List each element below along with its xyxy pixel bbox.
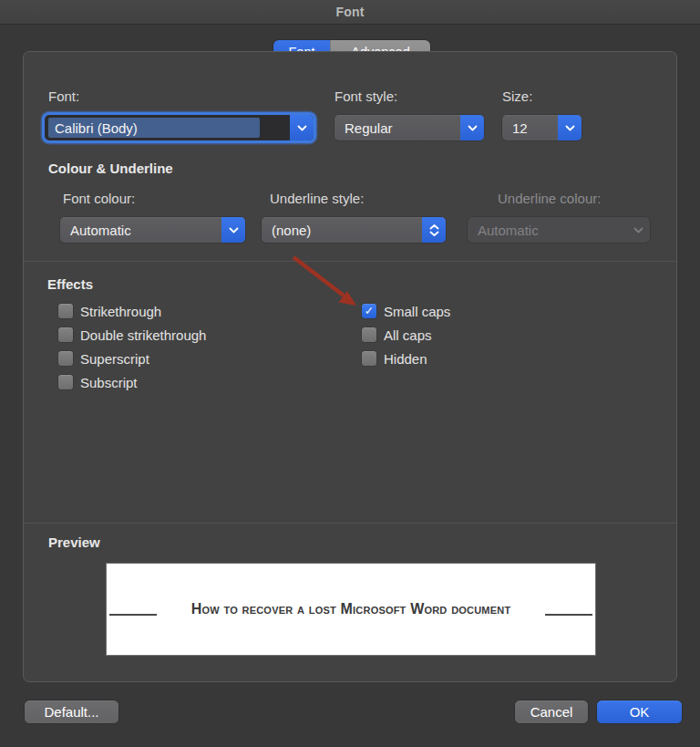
underline-colour-dropdown-button [626,217,650,243]
font-colour-dropdown[interactable]: Automatic [60,217,245,243]
size-dropdown-button[interactable] [558,115,582,140]
check-icon: ✓ [365,305,374,316]
size-label: Size: [502,88,532,105]
chevron-down-icon [297,125,307,131]
preview-right-rule [545,614,592,616]
default-button[interactable]: Default... [25,700,118,723]
checkbox-label: Small caps [384,304,450,319]
checkbox-label: Strikethrough [80,304,161,319]
font-name-dropdown-button[interactable] [290,115,314,140]
chevron-down-icon [633,227,643,233]
checkbox-box[interactable]: ✓ [362,304,376,318]
font-label: Font: [48,88,79,105]
underline-style-dropdown[interactable]: (none) [262,217,446,243]
chevron-down-icon [565,125,575,131]
font-settings-panel: Font: Calibri (Body) Font style: Regular… [23,51,677,682]
chevron-up-icon [429,224,439,230]
checkbox-strikethrough[interactable]: ✓ Strikethrough [58,303,161,319]
underline-colour-dropdown: Automatic [468,217,650,243]
font-name-value: Calibri (Body) [45,120,138,136]
checkbox-label: Subscript [80,375,138,390]
checkbox-small-caps[interactable]: ✓ Small caps [362,303,450,319]
checkbox-box[interactable]: ✓ [362,351,376,366]
checkbox-subscript[interactable]: ✓ Subscript [58,374,138,390]
font-colour-label: Font colour: [63,191,135,207]
font-style-value: Regular [335,120,393,136]
effects-header: Effects [47,276,93,292]
font-style-label: Font style: [335,88,397,105]
checkbox-label: Superscript [80,351,149,367]
font-dialog: Font Font Advanced Font: Calibri (Body) … [0,0,700,747]
font-style-dropdown-button[interactable] [460,115,484,140]
checkbox-box[interactable]: ✓ [58,304,73,318]
checkbox-superscript[interactable]: ✓ Superscript [58,350,149,367]
checkbox-hidden[interactable]: ✓ Hidden [362,350,427,367]
chevron-down-icon [229,227,239,233]
checkbox-double-strikethrough[interactable]: ✓ Double strikethrough [58,327,206,343]
section-divider [24,261,676,262]
chevron-down-icon [429,231,439,236]
chevron-down-icon [468,125,478,131]
preview-left-rule [109,614,157,616]
checkbox-all-caps[interactable]: ✓ All caps [362,327,432,343]
cancel-button-label: Cancel [530,704,573,720]
checkbox-box[interactable]: ✓ [58,375,73,389]
underline-colour-value: Automatic [468,223,539,238]
checkbox-box[interactable]: ✓ [58,327,73,342]
size-dropdown[interactable]: 12 [502,115,582,140]
underline-style-label: Underline style: [270,191,364,207]
cancel-button[interactable]: Cancel [515,700,588,723]
font-colour-dropdown-button[interactable] [221,217,245,243]
default-button-label: Default... [44,704,98,720]
ok-button-label: OK [630,704,650,720]
checkbox-box[interactable]: ✓ [58,351,73,366]
checkbox-label: All caps [384,327,432,343]
preview-sample-text: How to recover a lost Microsoft Word doc… [191,601,511,617]
checkbox-label: Hidden [384,351,427,367]
font-colour-value: Automatic [60,223,131,238]
size-value: 12 [502,120,528,136]
dialog-titlebar[interactable]: Font [0,0,700,25]
underline-style-value: (none) [262,223,311,238]
preview-divider [24,523,676,524]
checkbox-label: Double strikethrough [80,327,206,343]
ok-button[interactable]: OK [597,700,682,723]
font-style-dropdown[interactable]: Regular [335,115,484,140]
colour-underline-header: Colour & Underline [48,161,173,176]
preview-header: Preview [48,534,100,550]
preview-area: How to recover a lost Microsoft Word doc… [106,563,596,656]
font-name-combobox[interactable]: Calibri (Body) [45,115,314,140]
underline-colour-label: Underline colour: [498,191,601,207]
underline-style-dropdown-button[interactable] [422,217,446,243]
dialog-title: Font [335,5,364,19]
checkbox-box[interactable]: ✓ [362,327,376,342]
